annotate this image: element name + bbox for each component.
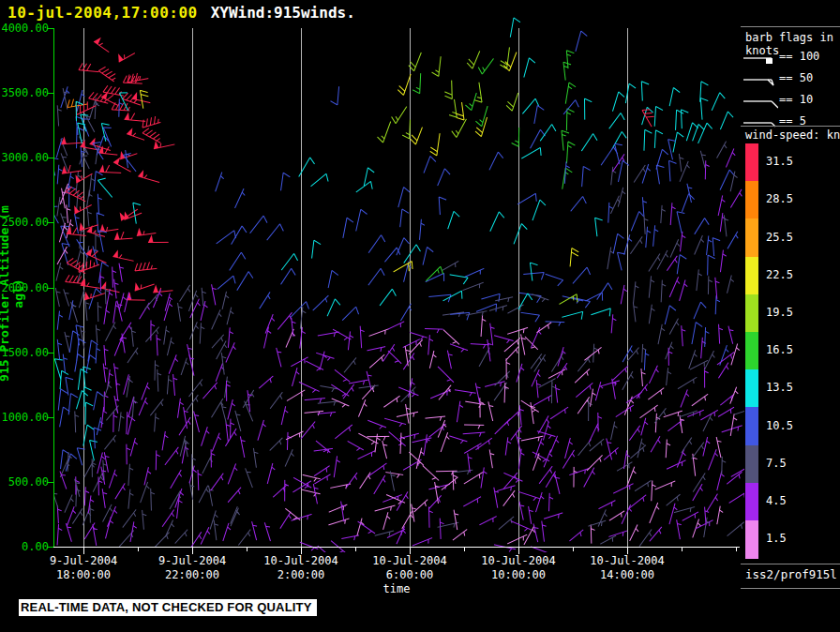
- y-axis-line: [53, 28, 54, 548]
- x-axis-line: [53, 547, 740, 548]
- wind-profiler-chart: 10-jul-2004,17:00:00XYWind:915winds. 915…: [0, 0, 840, 632]
- wind-barb-plot-area: [0, 0, 840, 632]
